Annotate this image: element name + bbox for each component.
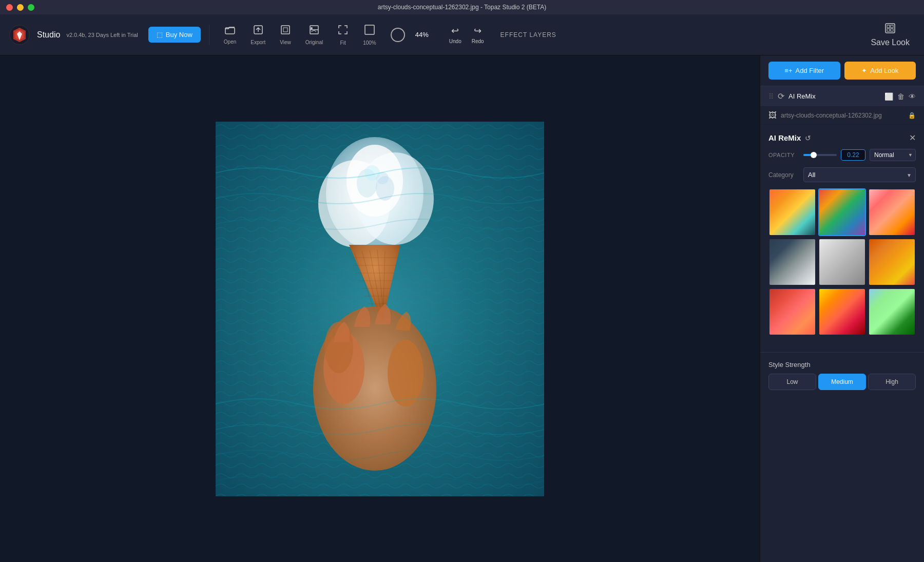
style-thumb-8-image [819, 289, 865, 335]
fit-label: Fit [340, 40, 346, 46]
minimize-button[interactable] [17, 4, 24, 11]
style-thumb-9[interactable] [868, 288, 916, 336]
redo-icon: ↪ [474, 25, 482, 36]
export-tool[interactable]: Export [244, 22, 272, 48]
style-thumb-2[interactable] [818, 188, 866, 236]
open-tool[interactable]: Open [218, 22, 242, 48]
style-thumb-4-image [769, 239, 815, 285]
toolbar-tools: Open Export View [218, 21, 382, 49]
zoom-display: 44% [409, 31, 435, 38]
category-select[interactable]: All Abstract Artistic Classic Modern [803, 167, 916, 182]
blend-mode-wrapper: Normal Multiply Screen Overlay Soft Ligh… [870, 149, 916, 161]
style-thumb-6[interactable] [868, 238, 916, 286]
category-select-wrapper: All Abstract Artistic Classic Modern [803, 167, 916, 182]
svg-rect-11 [887, 29, 890, 31]
ai-remix-title: AI ReMix [768, 133, 801, 142]
svg-rect-9 [887, 25, 890, 28]
close-button[interactable] [6, 4, 13, 11]
original-tool[interactable]: Original [299, 22, 329, 48]
blend-mode-select[interactable]: Normal Multiply Screen Overlay Soft Ligh… [870, 149, 916, 161]
effect-layers-label: EFFECT LAYERS [500, 31, 556, 38]
layer-visibility-button[interactable]: 👁 [909, 92, 916, 101]
original-icon [309, 25, 319, 37]
export-label: Export [251, 40, 265, 45]
strength-high-label: High [886, 378, 898, 385]
add-filter-button[interactable]: ≡+ Add Filter [768, 62, 840, 80]
layer-name-label: AI ReMix [788, 92, 880, 100]
style-thumb-1[interactable] [768, 188, 816, 236]
opacity-label: OPACITY [768, 152, 799, 158]
svg-point-6 [311, 27, 313, 29]
undo-button[interactable]: ↩ Undo [445, 23, 466, 46]
close-panel-button[interactable]: ✕ [909, 133, 916, 143]
circle-tool-button[interactable] [391, 28, 405, 42]
main-content: ≡+ Add Filter ✦ Add Look ⠿ ⟳ AI ReMix ⬜ … [0, 55, 924, 562]
fit-tool[interactable]: Fit [331, 21, 355, 49]
style-strength-label: Style Strength [768, 361, 916, 369]
zoom100-label: 100% [363, 40, 376, 46]
svg-rect-7 [365, 25, 374, 34]
layer-item-ai-remix[interactable]: ⠿ ⟳ AI ReMix ⬜ 🗑 👁 [760, 86, 924, 107]
image-layer-name: artsy-clouds-conceptual-1262302.jpg [781, 112, 904, 119]
canvas-image [216, 122, 544, 496]
add-look-icon: ✦ [861, 67, 867, 74]
maximize-button[interactable] [28, 4, 34, 11]
view-icon [280, 25, 291, 37]
strength-low-button[interactable]: Low [768, 374, 816, 390]
style-thumb-3[interactable] [868, 188, 916, 236]
ai-remix-title-row: AI ReMix ↺ ✕ [768, 133, 916, 143]
export-icon [253, 25, 263, 37]
painting-svg [216, 122, 544, 496]
strength-buttons: Low Medium High [768, 374, 916, 390]
view-label: View [280, 40, 291, 45]
original-label: Original [305, 40, 323, 45]
style-strength-section: Style Strength Low Medium High [760, 353, 924, 398]
strength-medium-label: Medium [831, 378, 853, 385]
add-look-button[interactable]: ✦ Add Look [844, 62, 916, 80]
opacity-input[interactable]: 0.22 [841, 149, 865, 161]
save-look-label: Save Look [871, 38, 910, 47]
opacity-slider-thumb[interactable] [811, 152, 817, 158]
toolbar-separator [209, 25, 209, 45]
refresh-icon[interactable]: ↺ [805, 134, 811, 142]
open-icon [225, 25, 235, 37]
main-toolbar: Studio v2.0.4b, 23 Days Left in Trial ⬚ … [0, 14, 924, 55]
zoom100-tool[interactable]: 100% [357, 21, 382, 49]
strength-low-label: Low [786, 378, 798, 385]
window-controls [6, 4, 34, 11]
app-logo [8, 24, 31, 46]
buy-now-icon: ⬚ [157, 31, 163, 38]
image-layer-icon: 🖼 [768, 111, 777, 120]
style-grid [768, 188, 916, 336]
layer-actions: ⬜ 🗑 👁 [884, 92, 916, 101]
undo-label: Undo [449, 38, 461, 44]
image-layer-item: 🖼 artsy-clouds-conceptual-1262302.jpg 🔒 [760, 107, 924, 125]
add-buttons-section: ≡+ Add Filter ✦ Add Look [760, 55, 924, 86]
style-thumb-9-image [869, 289, 915, 335]
style-thumb-5[interactable] [818, 238, 866, 286]
style-thumb-6-image [869, 239, 915, 285]
view-tool[interactable]: View [274, 22, 297, 48]
strength-medium-button[interactable]: Medium [818, 374, 866, 390]
zoom100-icon [364, 24, 375, 38]
layer-delete-button[interactable]: 🗑 [897, 92, 904, 101]
svg-rect-4 [283, 28, 287, 32]
redo-button[interactable]: ↪ Redo [468, 23, 488, 46]
style-thumb-5-image [819, 239, 865, 285]
style-thumb-7[interactable] [768, 288, 816, 336]
save-look-button[interactable]: Save Look [864, 21, 916, 49]
style-thumb-1-image [769, 189, 815, 235]
svg-rect-10 [891, 25, 893, 28]
remix-layer-icon: ⟳ [778, 91, 784, 101]
redo-label: Redo [472, 38, 484, 44]
opacity-slider[interactable] [803, 154, 837, 156]
strength-high-button[interactable]: High [868, 374, 916, 390]
category-label: Category [768, 171, 799, 179]
svg-point-39 [388, 340, 424, 406]
style-thumb-4[interactable] [768, 238, 816, 286]
undo-redo-group: ↩ Undo ↪ Redo [445, 23, 488, 46]
ai-remix-settings: AI ReMix ↺ ✕ OPACITY 0.22 Normal Multipl… [760, 125, 924, 353]
buy-now-button[interactable]: ⬚ Buy Now [148, 27, 201, 43]
style-thumb-8[interactable] [818, 288, 866, 336]
layer-mask-button[interactable]: ⬜ [884, 92, 893, 101]
